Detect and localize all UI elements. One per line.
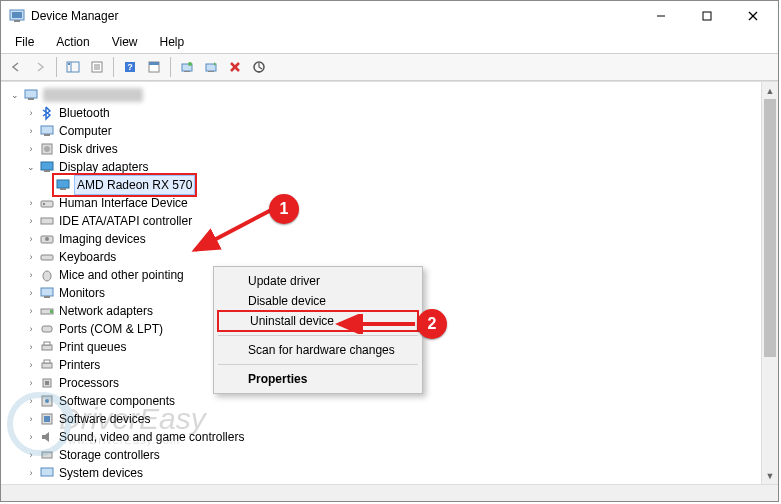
svg-point-31 [44,146,50,152]
chevron-right-icon[interactable]: › [25,467,37,479]
svg-rect-41 [41,255,53,260]
tree-item-swdevices[interactable]: › Software devices [5,410,761,428]
tree-item-display-adapters[interactable]: ⌄ Display adapters [5,158,761,176]
svg-rect-1 [12,12,22,18]
chevron-right-icon[interactable]: › [25,251,37,263]
tree-item-imaging[interactable]: › Imaging devices [5,230,761,248]
annotation-badge-2: 2 [417,309,447,339]
app-icon [9,8,25,24]
chevron-right-icon[interactable]: › [25,377,37,389]
tree-item-amd-radeon[interactable]: AMD Radeon RX 570 [5,176,761,194]
close-button[interactable] [730,1,776,31]
forward-button[interactable] [29,56,51,78]
svg-rect-48 [42,345,52,350]
chevron-down-icon[interactable]: ⌄ [25,161,37,173]
tree-item-hid[interactable]: › Human Interface Device [5,194,761,212]
minimize-button[interactable] [638,1,684,31]
menu-file[interactable]: File [5,33,44,51]
svg-rect-58 [42,452,52,458]
svg-rect-19 [184,71,190,72]
svg-rect-22 [208,71,214,72]
disable-button[interactable] [248,56,270,78]
help-button[interactable]: ? [119,56,141,78]
svg-line-60 [195,208,275,250]
software-icon [39,411,55,427]
chevron-right-icon[interactable]: › [25,431,37,443]
vertical-scrollbar[interactable]: ▲ ▼ [761,82,778,484]
maximize-button[interactable] [684,1,730,31]
title-bar: Device Manager [1,1,778,31]
svg-rect-38 [41,218,53,224]
menu-action[interactable]: Action [46,33,99,51]
chevron-right-icon[interactable]: › [25,107,37,119]
tree-item-system[interactable]: › System devices [5,464,761,482]
port-icon [39,321,55,337]
chevron-right-icon[interactable]: › [25,449,37,461]
cpu-icon [39,375,55,391]
monitor-icon [39,285,55,301]
svg-point-40 [45,237,49,241]
menu-help[interactable]: Help [150,33,195,51]
svg-rect-44 [44,296,50,298]
update-driver-button[interactable] [176,56,198,78]
svg-point-20 [188,62,192,66]
svg-rect-33 [44,170,50,172]
tree-item-sound[interactable]: › Sound, video and game controllers [5,428,761,446]
chevron-right-icon[interactable]: › [25,269,37,281]
software-icon [39,393,55,409]
tree-item-storage[interactable]: › Storage controllers [5,446,761,464]
svg-rect-50 [42,363,52,368]
tree-item-computer[interactable]: › Computer [5,122,761,140]
chevron-right-icon[interactable]: › [25,341,37,353]
svg-rect-34 [57,180,69,188]
chevron-right-icon[interactable]: › [25,305,37,317]
tree-item-ide[interactable]: › IDE ATA/ATAPI controller [5,212,761,230]
chevron-right-icon[interactable]: › [25,287,37,299]
ctx-scan-hardware[interactable]: Scan for hardware changes [216,340,420,360]
computer-icon [23,87,39,103]
menu-view[interactable]: View [102,33,148,51]
annotation-arrow-2 [333,314,423,334]
show-hide-tree-button[interactable] [62,56,84,78]
scroll-down-icon[interactable]: ▼ [762,467,778,484]
scroll-thumb[interactable] [764,99,776,357]
scan-hardware-button[interactable] [200,56,222,78]
ctx-separator [218,335,418,336]
window-title: Device Manager [31,9,118,23]
ctx-disable-device[interactable]: Disable device [216,291,420,311]
ctx-properties[interactable]: Properties [216,369,420,389]
chevron-right-icon[interactable]: › [25,413,37,425]
svg-rect-17 [149,62,159,65]
svg-rect-46 [50,310,53,313]
chevron-down-icon[interactable]: ⌄ [9,89,21,101]
chevron-right-icon[interactable]: › [25,323,37,335]
svg-rect-36 [41,201,53,207]
tree-item-swcomponents[interactable]: › Software components [5,392,761,410]
chevron-right-icon[interactable]: › [25,197,37,209]
properties2-button[interactable] [143,56,165,78]
svg-rect-59 [41,468,53,476]
tree-root[interactable]: ⌄ [5,86,761,104]
chevron-right-icon[interactable]: › [25,395,37,407]
svg-rect-29 [44,134,50,136]
ctx-update-driver[interactable]: Update driver [216,271,420,291]
system-icon [39,465,55,481]
scroll-up-icon[interactable]: ▲ [762,82,778,99]
horizontal-scrollbar[interactable] [1,484,778,501]
annotation-badge-1: 1 [269,194,299,224]
chevron-right-icon[interactable]: › [25,215,37,227]
tree-item-keyboards[interactable]: › Keyboards [5,248,761,266]
chevron-right-icon[interactable]: › [25,143,37,155]
root-name-blurred [43,88,143,102]
properties-button[interactable] [86,56,108,78]
printer-icon [39,357,55,373]
chevron-right-icon[interactable]: › [25,233,37,245]
tree-item-bluetooth[interactable]: › Bluetooth [5,104,761,122]
uninstall-button[interactable] [224,56,246,78]
svg-point-42 [43,271,51,281]
camera-icon [39,231,55,247]
tree-item-disk-drives[interactable]: › Disk drives [5,140,761,158]
chevron-right-icon[interactable]: › [25,125,37,137]
back-button[interactable] [5,56,27,78]
chevron-right-icon[interactable]: › [25,359,37,371]
